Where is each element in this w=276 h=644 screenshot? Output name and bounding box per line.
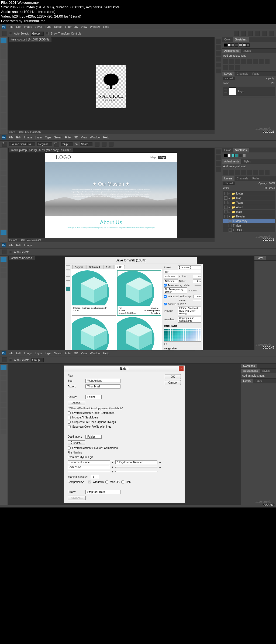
close-icon[interactable]: × — [179, 366, 184, 371]
align-right-icon[interactable] — [109, 142, 113, 146]
menu-type[interactable]: Type — [45, 136, 51, 139]
stamp-tool[interactable] — [1, 192, 6, 197]
preview-original[interactable]: Original: "optimize-no-shadow.psd"1.15M — [72, 270, 116, 316]
align-left-icon[interactable] — [95, 142, 99, 146]
align-center-icon[interactable] — [102, 142, 106, 146]
document-tab[interactable]: mockup-step3.psd @ 66.7% (Map copy, RGB/… — [9, 148, 73, 152]
override-open-checkbox[interactable] — [68, 411, 71, 414]
styles-tab[interactable]: Styles — [241, 159, 253, 164]
history-brush-tool[interactable] — [1, 197, 6, 202]
hue-icon[interactable] — [253, 59, 258, 64]
wand-tool[interactable] — [1, 165, 6, 170]
swatches-tab[interactable]: Swatches — [233, 37, 249, 42]
exposure-icon[interactable] — [241, 59, 246, 64]
menu-image[interactable]: Image — [24, 136, 32, 139]
swatch[interactable] — [239, 43, 242, 47]
menu-layer[interactable]: Layer — [35, 352, 42, 355]
showtransform-checkbox[interactable] — [46, 32, 49, 35]
layers-tab[interactable]: Layers — [222, 71, 234, 76]
channelmixer-icon[interactable] — [229, 65, 234, 70]
naming-field-2[interactable]: 1 Digit Serial Number — [115, 460, 158, 464]
source-select[interactable]: Folder — [85, 395, 102, 399]
adj-icon[interactable] — [223, 170, 228, 175]
font-size[interactable]: 24 pt — [61, 142, 73, 146]
menu-type[interactable]: Type — [45, 352, 51, 355]
lasso-tool[interactable] — [1, 160, 6, 165]
adj-icon[interactable] — [247, 170, 252, 175]
choose-source-button[interactable]: Choose... — [68, 401, 85, 405]
paths-tab[interactable]: Paths — [250, 176, 261, 181]
type-tool[interactable] — [1, 118, 6, 123]
preset-select[interactable]: [Unnamed] — [178, 265, 201, 269]
format-select[interactable]: GIF — [164, 270, 201, 274]
eyedropper-tool[interactable] — [66, 282, 70, 286]
eyedropper-tool[interactable] — [1, 65, 6, 70]
visibility-icon[interactable] — [224, 210, 227, 213]
align-icon[interactable] — [269, 31, 274, 36]
menu-3d[interactable]: 3D — [74, 136, 78, 139]
marquee-tool[interactable] — [1, 44, 6, 49]
tab-original[interactable]: Original — [72, 265, 85, 269]
swatches-tab[interactable]: Swatches — [233, 148, 249, 152]
history-brush-tool[interactable] — [1, 86, 6, 91]
menu-view[interactable]: View — [81, 25, 87, 28]
blend-mode[interactable]: Normal — [223, 77, 234, 80]
lasso-tool[interactable] — [1, 376, 6, 380]
interlaced-checkbox[interactable] — [164, 295, 167, 298]
adj-icon[interactable] — [259, 170, 264, 175]
menu-edit[interactable]: Edit — [16, 25, 21, 28]
move-tool[interactable] — [1, 365, 6, 370]
layer-row[interactable]: Logo — [223, 87, 275, 96]
menu-select[interactable]: Select — [54, 352, 63, 355]
menu-filter[interactable]: Filter — [65, 352, 71, 355]
font-family[interactable]: Source Sans Pro — [9, 142, 35, 146]
adjustments-tab[interactable]: Adjustments — [222, 49, 241, 53]
gradient-tool[interactable] — [1, 97, 6, 102]
paths-tab[interactable]: Paths — [253, 379, 265, 383]
visibility-icon[interactable] — [229, 224, 232, 227]
colors-value[interactable]: 64 — [193, 275, 201, 278]
menu-image[interactable]: Image — [24, 352, 32, 355]
srgb-checkbox[interactable] — [164, 303, 167, 305]
move-tool[interactable] — [1, 149, 6, 154]
naming-field-3[interactable]: extension — [68, 465, 110, 469]
dodge-tool[interactable] — [1, 219, 6, 224]
websnap-value[interactable]: 0% — [193, 295, 201, 298]
layer-folder[interactable]: ▸📁 About — [223, 205, 275, 209]
reduction-select[interactable]: Selective — [164, 275, 178, 278]
antialiasing[interactable]: Sharp — [80, 142, 92, 146]
paths-tab[interactable]: Paths — [250, 71, 261, 76]
crop-tool[interactable] — [1, 60, 6, 64]
layers-tab[interactable]: Layers — [241, 379, 253, 383]
color-tab[interactable]: Color — [222, 148, 233, 152]
colorbal-icon[interactable] — [259, 59, 264, 64]
naming-field-6[interactable] — [115, 471, 158, 472]
eraser-tool[interactable] — [1, 203, 6, 208]
layer-folder[interactable]: ▸📁 Main — [223, 210, 275, 214]
zoom-tool[interactable] — [66, 276, 70, 281]
action-select[interactable]: Thumbnail — [85, 384, 120, 389]
marquee-tool[interactable] — [1, 370, 6, 375]
autoselect-dropdown[interactable]: Group — [31, 32, 44, 36]
styles-tab[interactable]: Styles — [241, 49, 253, 53]
crop-tool[interactable] — [1, 386, 6, 391]
menu-file[interactable]: File — [9, 25, 13, 28]
document-tab[interactable]: tree-logo.psd @ 100% (RGB/8) — [9, 37, 51, 42]
blur-tool[interactable] — [1, 214, 6, 219]
fg-color[interactable] — [66, 287, 70, 291]
serial-value[interactable]: 1 — [91, 475, 99, 479]
compat-mac-checkbox[interactable] — [105, 481, 108, 483]
suppress-open-checkbox[interactable] — [68, 421, 71, 424]
menu-select[interactable]: Select — [54, 25, 63, 28]
menu-help[interactable]: Help — [103, 352, 109, 355]
layer-folder[interactable]: ▸📁 Map — [223, 196, 275, 200]
paths-tab[interactable]: Paths — [254, 256, 266, 260]
swatch[interactable] — [227, 43, 231, 47]
blur-tool[interactable] — [1, 102, 6, 107]
tab-4up[interactable]: 4-Up — [115, 265, 125, 269]
adj-icon[interactable] — [241, 170, 246, 175]
naming-field-4[interactable] — [115, 467, 158, 468]
menu-type[interactable]: Type — [45, 25, 51, 28]
swatch[interactable] — [246, 43, 250, 47]
menu-edit[interactable]: Edit — [16, 244, 21, 247]
